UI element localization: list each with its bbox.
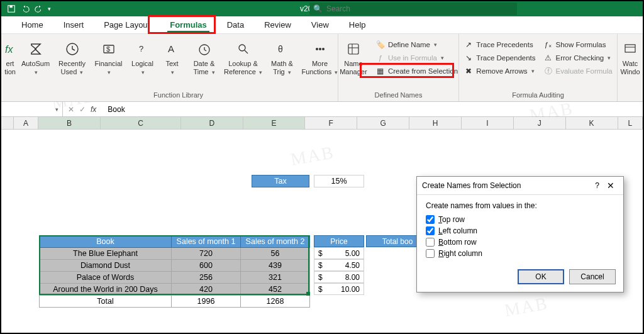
use-in-formula-button[interactable]: ƒUse in Formula▾ xyxy=(374,52,459,64)
tax-label-cell[interactable]: Tax xyxy=(252,175,309,187)
enter-formula-icon[interactable]: ✓ xyxy=(79,105,86,114)
column-header[interactable]: A xyxy=(14,117,38,129)
dialog-prompt: Create names from values in the: xyxy=(426,201,614,210)
trace-dependents-button[interactable]: ↘Trace Dependents xyxy=(462,52,536,64)
undo-icon[interactable] xyxy=(20,4,30,14)
create-from-selection-button[interactable]: ▦Create from Selection xyxy=(374,65,459,77)
price-cell[interactable]: $10.00 xyxy=(314,283,364,295)
more-functions-button[interactable]: More Functions ▾ xyxy=(302,36,338,77)
svg-text:$: $ xyxy=(106,45,110,53)
autosum-button[interactable]: AutoSum▾ xyxy=(19,36,53,77)
data-table[interactable]: Book Sales of month 1 Sales of month 2 T… xyxy=(39,235,310,308)
svg-point-9 xyxy=(239,45,245,51)
trace-dependents-icon: ↘ xyxy=(464,53,474,63)
tab-formulas[interactable]: Formulas xyxy=(167,18,209,32)
save-icon[interactable] xyxy=(6,4,16,14)
column-header[interactable]: J xyxy=(514,117,566,129)
title-bar: ▾ v20-e - Excel 🔍 xyxy=(1,1,643,16)
top-row-checkbox[interactable] xyxy=(426,215,435,224)
math-trig-button[interactable]: θMath & Trig ▾ xyxy=(265,36,299,77)
evaluate-formula-icon: ⓕ xyxy=(543,66,553,76)
logical-button[interactable]: ?Logical▾ xyxy=(128,36,157,77)
right-column-checkbox[interactable] xyxy=(426,249,435,258)
formula-input[interactable]: Book xyxy=(105,105,643,114)
column-header[interactable]: E xyxy=(243,117,306,129)
top-row-label[interactable]: Top row xyxy=(438,215,465,224)
table-header[interactable]: Sales of month 2 xyxy=(241,236,310,248)
price-cell[interactable]: $8.00 xyxy=(314,271,364,283)
svg-rect-1 xyxy=(9,6,12,8)
tab-insert[interactable]: Insert xyxy=(61,18,87,32)
remove-arrows-icon: ✖ xyxy=(464,66,474,76)
column-header[interactable]: L xyxy=(618,117,643,129)
group-label-formula-auditing: Formula Auditing xyxy=(512,90,564,100)
column-header[interactable]: H xyxy=(409,117,462,129)
price-cell[interactable]: $4.50 xyxy=(314,259,364,271)
column-header[interactable]: I xyxy=(462,117,514,129)
ribbon: fxert tion AutoSum▾ Recently Used ▾ $Fin… xyxy=(1,34,643,102)
tab-review[interactable]: Review xyxy=(262,18,294,32)
dialog-close-button[interactable]: ✕ xyxy=(603,181,618,191)
name-box[interactable]: ▾ xyxy=(1,102,63,116)
price-cell[interactable]: $5.00 xyxy=(314,247,364,259)
tab-help[interactable]: Help xyxy=(347,18,369,32)
right-column-label[interactable]: Right column xyxy=(438,249,482,258)
left-column-checkbox[interactable] xyxy=(426,226,435,235)
text-button[interactable]: AText▾ xyxy=(160,36,185,77)
table-row[interactable]: The Blue Elephant72056 xyxy=(40,248,310,260)
column-header[interactable]: D xyxy=(181,117,243,129)
table-header[interactable]: Book xyxy=(40,236,172,248)
lookup-reference-button[interactable]: Lookup & Reference ▾ xyxy=(224,36,263,77)
table-header[interactable]: Sales of month 1 xyxy=(172,236,241,248)
date-time-button[interactable]: Date & Time ▾ xyxy=(187,36,221,77)
financial-button[interactable]: $Financial▾ xyxy=(92,36,126,77)
cancel-button[interactable]: Cancel xyxy=(569,269,616,284)
redo-icon[interactable] xyxy=(34,4,44,14)
name-manager-button[interactable]: Name Manager xyxy=(336,36,370,77)
table-total-row[interactable]: Total19961268 xyxy=(40,296,310,308)
define-name-button[interactable]: 🏷️Define Name▾ xyxy=(374,39,459,50)
tab-view[interactable]: View xyxy=(309,18,331,32)
trace-precedents-icon: ↗ xyxy=(464,40,474,50)
show-formulas-icon: ƒₓ xyxy=(543,40,553,50)
error-checking-icon: ⚠ xyxy=(543,53,553,63)
ok-button[interactable]: OK xyxy=(518,269,564,284)
column-header[interactable]: F xyxy=(305,117,357,129)
tab-data[interactable]: Data xyxy=(225,18,247,32)
qat-chevron-down-icon[interactable]: ▾ xyxy=(48,6,51,12)
search-box[interactable]: 🔍 xyxy=(309,3,517,15)
tab-page-layout[interactable]: Page Layout xyxy=(101,18,152,32)
svg-point-12 xyxy=(319,48,321,50)
left-column-label[interactable]: Left column xyxy=(438,226,477,235)
select-all-triangle[interactable] xyxy=(1,117,14,129)
error-checking-button[interactable]: ⚠Error Checking▾ xyxy=(542,52,614,64)
cancel-formula-icon[interactable]: ✕ xyxy=(68,105,74,114)
fx-icon[interactable]: fx xyxy=(91,105,96,114)
table-row[interactable]: Diamond Dust600439 xyxy=(40,260,310,272)
remove-arrows-button[interactable]: ✖Remove Arrows▾ xyxy=(462,65,536,77)
trace-precedents-button[interactable]: ↗Trace Precedents xyxy=(462,39,536,50)
svg-rect-15 xyxy=(625,45,635,52)
evaluate-formula-button[interactable]: ⓕEvaluate Formula xyxy=(542,65,614,77)
table-row[interactable]: Around the World in 200 Days420452 xyxy=(40,284,310,296)
column-header[interactable]: K xyxy=(566,117,618,129)
search-input[interactable] xyxy=(326,4,513,13)
group-label-function-library: Function Library xyxy=(153,90,203,100)
bottom-row-label[interactable]: Bottom row xyxy=(438,238,477,247)
create-selection-icon: ▦ xyxy=(375,66,386,76)
table-row[interactable]: Palace of Words256321 xyxy=(40,272,310,284)
recently-used-button[interactable]: Recently Used ▾ xyxy=(55,36,89,77)
dialog-help-button[interactable]: ? xyxy=(591,181,603,190)
tab-home[interactable]: Home xyxy=(19,18,46,32)
insert-function-button[interactable]: fxert tion xyxy=(1,36,19,77)
show-formulas-button[interactable]: ƒₓShow Formulas xyxy=(542,39,614,50)
tax-value-cell[interactable]: 15% xyxy=(314,175,364,187)
svg-point-11 xyxy=(316,48,318,50)
price-header-cell[interactable]: Price xyxy=(314,235,364,247)
column-header[interactable]: G xyxy=(357,117,409,129)
column-header[interactable]: C xyxy=(101,117,181,129)
bottom-row-checkbox[interactable] xyxy=(426,238,435,247)
chevron-down-icon[interactable]: ▾ xyxy=(55,106,58,113)
watch-window-button[interactable]: Watc Windo xyxy=(618,36,643,77)
column-header[interactable]: B xyxy=(38,117,101,129)
